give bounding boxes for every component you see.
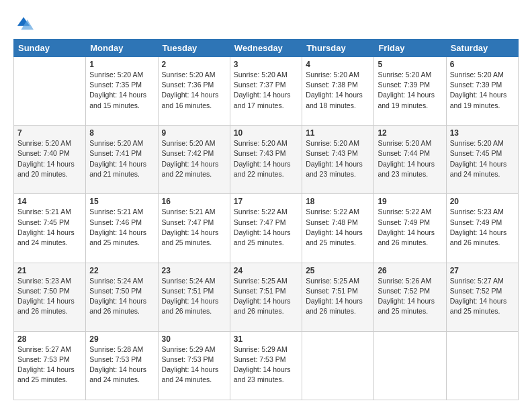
calendar-header-friday: Friday [374, 40, 446, 57]
calendar-header-row: SundayMondayTuesdayWednesdayThursdayFrid… [14, 40, 519, 57]
calendar-cell [446, 331, 518, 400]
day-info: Sunrise: 5:27 AMSunset: 7:53 PMDaylight:… [17, 345, 82, 385]
calendar-cell: 11Sunrise: 5:20 AMSunset: 7:43 PMDayligh… [302, 126, 374, 194]
calendar-cell: 27Sunrise: 5:27 AMSunset: 7:52 PMDayligh… [446, 263, 518, 331]
day-number: 14 [17, 197, 82, 206]
calendar-cell: 8Sunrise: 5:20 AMSunset: 7:41 PMDaylight… [86, 126, 158, 194]
day-number: 9 [162, 128, 226, 138]
calendar-cell: 7Sunrise: 5:20 AMSunset: 7:40 PMDaylight… [14, 126, 86, 194]
day-info: Sunrise: 5:21 AMSunset: 7:47 PMDaylight:… [162, 207, 226, 248]
day-number: 6 [450, 60, 515, 69]
day-number: 23 [162, 266, 226, 275]
calendar-week-4: 21Sunrise: 5:23 AMSunset: 7:50 PMDayligh… [14, 263, 519, 331]
calendar-cell: 9Sunrise: 5:20 AMSunset: 7:42 PMDaylight… [158, 126, 230, 194]
day-info: Sunrise: 5:21 AMSunset: 7:46 PMDaylight:… [89, 207, 154, 248]
logo [13, 13, 34, 32]
calendar-cell: 29Sunrise: 5:28 AMSunset: 7:53 PMDayligh… [86, 331, 158, 400]
day-number: 1 [89, 60, 154, 69]
day-number: 21 [17, 266, 82, 275]
calendar-cell: 25Sunrise: 5:25 AMSunset: 7:51 PMDayligh… [302, 263, 374, 331]
day-info: Sunrise: 5:20 AMSunset: 7:41 PMDaylight:… [89, 138, 154, 179]
page: SundayMondayTuesdayWednesdayThursdayFrid… [0, 0, 532, 411]
calendar-header-sunday: Sunday [14, 40, 86, 57]
day-info: Sunrise: 5:20 AMSunset: 7:35 PMDaylight:… [89, 70, 154, 111]
day-number: 27 [450, 266, 515, 275]
calendar-cell: 15Sunrise: 5:21 AMSunset: 7:46 PMDayligh… [86, 194, 158, 263]
calendar-cell: 10Sunrise: 5:20 AMSunset: 7:43 PMDayligh… [230, 126, 302, 194]
calendar-week-1: 1Sunrise: 5:20 AMSunset: 7:35 PMDaylight… [14, 57, 519, 126]
day-info: Sunrise: 5:28 AMSunset: 7:53 PMDaylight:… [89, 345, 154, 385]
day-number: 10 [234, 128, 298, 138]
day-number: 7 [17, 128, 82, 138]
calendar-header-monday: Monday [86, 40, 158, 57]
calendar-cell: 5Sunrise: 5:20 AMSunset: 7:39 PMDaylight… [374, 57, 446, 126]
calendar-week-3: 14Sunrise: 5:21 AMSunset: 7:45 PMDayligh… [14, 194, 519, 263]
day-number: 5 [378, 60, 442, 69]
day-info: Sunrise: 5:20 AMSunset: 7:39 PMDaylight:… [450, 70, 515, 111]
day-info: Sunrise: 5:22 AMSunset: 7:48 PMDaylight:… [306, 207, 370, 248]
day-info: Sunrise: 5:29 AMSunset: 7:53 PMDaylight:… [234, 345, 298, 385]
calendar-header-tuesday: Tuesday [158, 40, 230, 57]
calendar-cell: 13Sunrise: 5:20 AMSunset: 7:45 PMDayligh… [446, 126, 518, 194]
calendar-cell [14, 57, 86, 126]
calendar-cell [302, 331, 374, 400]
calendar-cell: 12Sunrise: 5:20 AMSunset: 7:44 PMDayligh… [374, 126, 446, 194]
header [13, 11, 519, 32]
day-info: Sunrise: 5:22 AMSunset: 7:47 PMDaylight:… [234, 207, 298, 248]
calendar-week-2: 7Sunrise: 5:20 AMSunset: 7:40 PMDaylight… [14, 126, 519, 194]
calendar-cell: 20Sunrise: 5:23 AMSunset: 7:49 PMDayligh… [446, 194, 518, 263]
calendar-table: SundayMondayTuesdayWednesdayThursdayFrid… [13, 39, 519, 400]
day-info: Sunrise: 5:25 AMSunset: 7:51 PMDaylight:… [306, 276, 370, 317]
calendar-cell: 3Sunrise: 5:20 AMSunset: 7:37 PMDaylight… [230, 57, 302, 126]
calendar-cell: 6Sunrise: 5:20 AMSunset: 7:39 PMDaylight… [446, 57, 518, 126]
day-number: 8 [89, 128, 154, 138]
day-number: 22 [89, 266, 154, 275]
day-number: 2 [162, 60, 226, 69]
calendar-cell: 26Sunrise: 5:26 AMSunset: 7:52 PMDayligh… [374, 263, 446, 331]
day-info: Sunrise: 5:24 AMSunset: 7:50 PMDaylight:… [89, 276, 154, 317]
day-number: 17 [234, 197, 298, 206]
day-info: Sunrise: 5:23 AMSunset: 7:50 PMDaylight:… [17, 276, 82, 317]
calendar-header-thursday: Thursday [302, 40, 374, 57]
day-number: 16 [162, 197, 226, 206]
day-number: 25 [306, 266, 370, 275]
day-info: Sunrise: 5:22 AMSunset: 7:49 PMDaylight:… [378, 207, 442, 248]
day-number: 29 [89, 334, 154, 344]
calendar-cell: 31Sunrise: 5:29 AMSunset: 7:53 PMDayligh… [230, 331, 302, 400]
day-info: Sunrise: 5:20 AMSunset: 7:39 PMDaylight:… [378, 70, 442, 111]
day-number: 18 [306, 197, 370, 206]
day-info: Sunrise: 5:26 AMSunset: 7:52 PMDaylight:… [378, 276, 442, 317]
day-number: 13 [450, 128, 515, 138]
day-number: 11 [306, 128, 370, 138]
calendar-week-5: 28Sunrise: 5:27 AMSunset: 7:53 PMDayligh… [14, 331, 519, 400]
day-info: Sunrise: 5:24 AMSunset: 7:51 PMDaylight:… [162, 276, 226, 317]
day-info: Sunrise: 5:20 AMSunset: 7:43 PMDaylight:… [306, 138, 370, 179]
day-number: 24 [234, 266, 298, 275]
day-info: Sunrise: 5:20 AMSunset: 7:40 PMDaylight:… [17, 138, 82, 179]
day-info: Sunrise: 5:23 AMSunset: 7:49 PMDaylight:… [450, 207, 515, 248]
day-number: 30 [162, 334, 226, 344]
calendar-cell: 18Sunrise: 5:22 AMSunset: 7:48 PMDayligh… [302, 194, 374, 263]
day-info: Sunrise: 5:20 AMSunset: 7:43 PMDaylight:… [234, 138, 298, 179]
day-number: 4 [306, 60, 370, 69]
calendar-cell [374, 331, 446, 400]
day-info: Sunrise: 5:20 AMSunset: 7:44 PMDaylight:… [378, 138, 442, 179]
calendar-cell: 21Sunrise: 5:23 AMSunset: 7:50 PMDayligh… [14, 263, 86, 331]
day-number: 26 [378, 266, 442, 275]
day-number: 19 [378, 197, 442, 206]
day-info: Sunrise: 5:20 AMSunset: 7:36 PMDaylight:… [162, 70, 226, 111]
day-info: Sunrise: 5:21 AMSunset: 7:45 PMDaylight:… [17, 207, 82, 248]
day-info: Sunrise: 5:25 AMSunset: 7:51 PMDaylight:… [234, 276, 298, 317]
calendar-cell: 2Sunrise: 5:20 AMSunset: 7:36 PMDaylight… [158, 57, 230, 126]
day-info: Sunrise: 5:20 AMSunset: 7:38 PMDaylight:… [306, 70, 370, 111]
calendar-header-saturday: Saturday [446, 40, 518, 57]
day-info: Sunrise: 5:20 AMSunset: 7:37 PMDaylight:… [234, 70, 298, 111]
day-number: 20 [450, 197, 515, 206]
day-number: 28 [17, 334, 82, 344]
calendar-header-wednesday: Wednesday [230, 40, 302, 57]
day-info: Sunrise: 5:20 AMSunset: 7:45 PMDaylight:… [450, 138, 515, 179]
calendar-cell: 30Sunrise: 5:29 AMSunset: 7:53 PMDayligh… [158, 331, 230, 400]
calendar-cell: 28Sunrise: 5:27 AMSunset: 7:53 PMDayligh… [14, 331, 86, 400]
day-info: Sunrise: 5:20 AMSunset: 7:42 PMDaylight:… [162, 138, 226, 179]
day-number: 3 [234, 60, 298, 69]
